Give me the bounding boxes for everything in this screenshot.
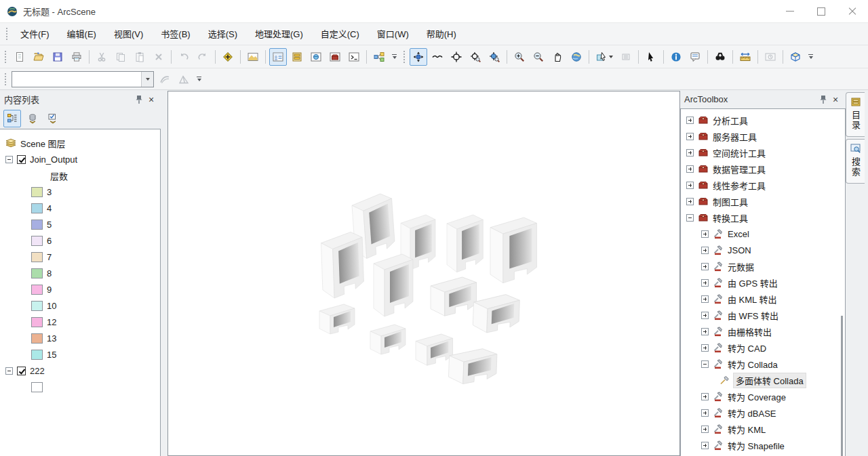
tree-expander[interactable] (701, 263, 709, 270)
tree-expander[interactable] (686, 214, 694, 222)
menu-item-4[interactable]: 选择(S) (199, 23, 246, 45)
tree-expander[interactable] (686, 198, 694, 205)
layer-row[interactable]: Join_Output (0, 151, 160, 167)
toc-pin-icon[interactable] (133, 94, 145, 106)
center-target-button[interactable] (448, 48, 465, 66)
list-by-visibility-button[interactable] (44, 110, 62, 127)
menu-item-2[interactable]: 视图(V) (105, 23, 152, 45)
layer-combobox-input[interactable] (12, 72, 141, 87)
toolbox-item-19[interactable]: 转为 KML (681, 421, 845, 437)
maximize-button[interactable] (806, 0, 837, 22)
toolbox-item-5[interactable]: 制图工具 (681, 193, 845, 209)
menu-item-8[interactable]: 帮助(H) (418, 23, 465, 45)
menu-item-3[interactable]: 书签(B) (152, 23, 199, 45)
center-globe-button[interactable] (486, 48, 503, 66)
menu-item-6[interactable]: 自定义(C) (312, 23, 368, 45)
select-elements-button[interactable] (642, 48, 660, 66)
toolbar-overflow-button[interactable] (806, 49, 815, 65)
toolbox-item-8[interactable]: JSON (681, 242, 845, 258)
add-data-button[interactable] (219, 48, 237, 66)
tree-expander[interactable] (686, 117, 694, 124)
save-button[interactable] (49, 48, 66, 66)
search-window-button[interactable] (307, 48, 325, 66)
toolbox-item-12[interactable]: 由 WFS 转出 (681, 307, 845, 323)
toolbox-item-1[interactable]: 服务器工具 (681, 128, 845, 144)
scene-viewport[interactable] (167, 91, 680, 456)
toolbox-item-18[interactable]: 转为 dBASE (681, 405, 845, 421)
menu-grip[interactable] (5, 27, 9, 41)
scene-root-row[interactable]: Scene 图层 (0, 135, 160, 151)
layer-row[interactable]: 222 (0, 362, 160, 379)
toolbox-scrollbar[interactable] (841, 316, 843, 456)
toolbox-item-20[interactable]: 转为 Shapefile (681, 437, 845, 453)
arctoolbox-close-icon[interactable]: × (829, 94, 842, 106)
zoom-target-button[interactable] (467, 48, 484, 66)
tree-expander[interactable] (686, 133, 694, 140)
toolbar-grip[interactable] (403, 50, 406, 64)
toolbox-item-10[interactable]: 由 GPS 转出 (681, 274, 845, 291)
toolbox-item-2[interactable]: 空间统计工具 (681, 144, 845, 161)
toolbox-item-9[interactable]: 元数据 (681, 258, 845, 274)
tree-expander[interactable] (686, 182, 694, 189)
layer-expander[interactable] (5, 156, 13, 163)
tree-expander[interactable] (686, 149, 694, 157)
tree-expander[interactable] (701, 312, 709, 319)
toolbox-item-15[interactable]: 转为 Collada (681, 356, 845, 372)
toolbox-item-4[interactable]: 线性参考工具 (681, 177, 845, 193)
toolbox-item-13[interactable]: 由栅格转出 (681, 323, 845, 339)
python-window-button[interactable] (345, 48, 363, 66)
print-button[interactable] (68, 48, 85, 66)
toolbox-item-11[interactable]: 由 KML 转出 (681, 291, 845, 307)
side-tab-1[interactable]: 搜索 (846, 139, 865, 184)
tree-expander[interactable] (701, 230, 709, 238)
tree-expander[interactable] (701, 426, 709, 433)
view-3d-button[interactable] (787, 48, 804, 66)
toolbar-grip[interactable] (4, 72, 7, 86)
toolbar-grip[interactable] (4, 50, 7, 64)
pan-button[interactable] (549, 48, 566, 66)
scene-view-button[interactable] (244, 48, 262, 66)
catalog-window-button[interactable] (288, 48, 306, 66)
close-button[interactable] (837, 0, 868, 22)
full-extent-button[interactable] (568, 48, 585, 66)
minimize-button[interactable] (774, 0, 806, 22)
zoom-out-button[interactable] (530, 48, 547, 66)
menu-item-7[interactable]: 窗口(W) (368, 23, 418, 45)
tree-expander[interactable] (701, 442, 709, 449)
find-button[interactable] (711, 48, 729, 66)
toolbox-item-6[interactable]: 转换工具 (681, 209, 845, 226)
tree-expander[interactable] (701, 247, 709, 254)
toolbar-overflow-button[interactable] (195, 71, 203, 87)
toc-close-icon[interactable]: × (145, 94, 157, 106)
combobox-dropdown-button[interactable] (141, 72, 153, 87)
tree-expander[interactable] (701, 393, 709, 400)
toolbox-item-16[interactable]: 多面体转 Collada (681, 372, 845, 388)
toolbar-overflow-button[interactable] (390, 49, 399, 65)
list-by-source-button[interactable] (24, 110, 41, 127)
open-folder-button[interactable] (30, 48, 47, 66)
html-popup-button[interactable] (686, 48, 704, 66)
arctoolbox-pin-icon[interactable] (817, 94, 829, 106)
menu-item-5[interactable]: 地理处理(G) (246, 23, 312, 45)
menu-item-0[interactable]: 文件(F) (12, 23, 58, 45)
tree-expander[interactable] (701, 344, 709, 352)
layer-expander[interactable] (5, 367, 13, 375)
select-features-button[interactable] (593, 48, 616, 66)
toolbox-item-14[interactable]: 转为 CAD (681, 339, 845, 356)
tree-expander[interactable] (701, 279, 709, 287)
fly-button[interactable] (429, 48, 446, 66)
side-tab-0[interactable]: 目录 (846, 92, 865, 137)
tree-expander[interactable] (701, 360, 709, 368)
tree-expander[interactable] (686, 165, 694, 173)
zoom-in-button[interactable] (511, 48, 528, 66)
layer-checkbox[interactable] (17, 155, 26, 164)
toolbox-window-button[interactable] (326, 48, 344, 66)
modelbuilder-button[interactable] (370, 48, 388, 66)
measure-button[interactable] (736, 48, 754, 66)
layer-checkbox[interactable] (17, 367, 26, 375)
menu-item-1[interactable]: 编辑(E) (58, 23, 105, 45)
navigate-button[interactable] (410, 48, 427, 66)
tree-expander[interactable] (701, 295, 709, 303)
identify-button[interactable] (667, 48, 685, 66)
list-by-drawing-order-button[interactable] (3, 110, 21, 127)
